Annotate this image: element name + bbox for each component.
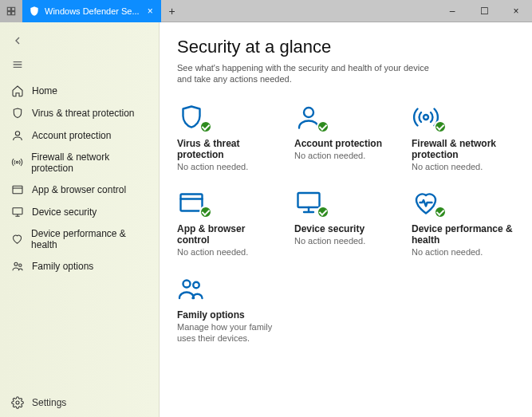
svg-rect-1 xyxy=(12,7,15,10)
tile-subtitle: No action needed. xyxy=(177,162,280,173)
window-minimize-button[interactable]: – xyxy=(436,0,468,22)
main-content: Security at a glance See what's happenin… xyxy=(160,22,532,417)
tile-subtitle: No action needed. xyxy=(412,162,514,173)
svg-rect-2 xyxy=(7,11,10,14)
svg-point-9 xyxy=(19,264,22,266)
sidebar-settings[interactable]: Settings xyxy=(0,388,159,417)
sidebar-item-family-options[interactable]: Family options xyxy=(0,255,159,277)
sidebar-item-account-protection[interactable]: Account protection xyxy=(0,124,159,147)
svg-rect-14 xyxy=(298,193,320,207)
sidebar-item-label: Family options xyxy=(32,261,93,272)
tile-device-security[interactable]: Device security No action needed. xyxy=(294,188,397,258)
tile-title: App & browser control xyxy=(177,223,280,246)
monitor-icon xyxy=(294,188,326,217)
tile-subtitle: No action needed. xyxy=(294,236,397,247)
sidebar-item-device-security[interactable]: Device security xyxy=(0,201,159,223)
shield-icon xyxy=(11,107,24,120)
status-ok-badge xyxy=(317,206,329,218)
person-icon xyxy=(11,129,24,142)
tile-title: Device security xyxy=(294,223,397,234)
sidebar-item-app-browser[interactable]: App & browser control xyxy=(0,179,159,201)
window-maximize-button[interactable]: ☐ xyxy=(468,0,500,22)
sidebar-item-firewall[interactable]: Firewall & network protection xyxy=(0,147,159,179)
titlebar: Windows Defender Se... × + – ☐ × xyxy=(0,0,532,22)
sidebar-item-device-performance[interactable]: Device performance & health xyxy=(0,223,159,255)
sidebar-item-label: Device performance & health xyxy=(31,228,148,250)
svg-rect-6 xyxy=(13,186,22,193)
page-subtitle: See what's happening with the security a… xyxy=(177,62,432,85)
new-tab-button[interactable]: + xyxy=(161,5,183,18)
tile-subtitle: Manage how your family uses their device… xyxy=(177,322,280,344)
home-icon xyxy=(11,85,24,97)
sidebar-item-home[interactable]: Home xyxy=(0,80,159,102)
svg-rect-3 xyxy=(12,11,15,14)
window-icon xyxy=(11,183,24,196)
sidebar-item-label: Home xyxy=(32,85,57,96)
svg-rect-7 xyxy=(13,208,22,214)
antenna-icon xyxy=(412,103,443,132)
people-icon xyxy=(11,260,24,273)
svg-point-10 xyxy=(16,401,19,404)
person-icon xyxy=(294,103,326,132)
browser-tab[interactable]: Windows Defender Se... × xyxy=(22,0,161,22)
tile-subtitle: No action needed. xyxy=(294,151,397,162)
sidebar-item-virus-threat[interactable]: Virus & threat protection xyxy=(0,102,159,124)
tile-account-protection[interactable]: Account protection No action needed. xyxy=(294,103,397,173)
monitor-icon xyxy=(11,206,24,218)
tile-title: Family options xyxy=(177,309,280,321)
sidebar-item-label: Virus & threat protection xyxy=(32,108,135,119)
status-ok-badge xyxy=(199,206,212,218)
svg-point-5 xyxy=(16,162,18,164)
tile-subtitle: No action needed. xyxy=(177,247,280,258)
antenna-icon xyxy=(11,156,23,169)
back-button[interactable] xyxy=(11,32,24,49)
heart-icon xyxy=(11,233,23,246)
tile-app-browser[interactable]: App & browser control No action needed. xyxy=(177,188,280,258)
page-title: Security at a glance xyxy=(177,37,514,57)
sidebar-item-label: Firewall & network protection xyxy=(31,151,148,174)
tab-close-icon[interactable]: × xyxy=(148,6,153,17)
svg-point-8 xyxy=(14,262,18,266)
settings-label: Settings xyxy=(32,397,66,408)
sidebar-item-label: Device security xyxy=(32,207,97,218)
tile-virus-threat[interactable]: Virus & threat protection No action need… xyxy=(177,103,280,173)
svg-point-15 xyxy=(183,281,191,288)
tile-title: Virus & threat protection xyxy=(177,138,280,160)
gear-icon xyxy=(11,396,24,409)
tile-device-performance[interactable]: Device performance & health No action ne… xyxy=(412,188,514,258)
app-sys-icon[interactable] xyxy=(0,0,22,22)
heart-pulse-icon xyxy=(412,188,443,217)
svg-rect-0 xyxy=(7,7,10,10)
tab-title: Windows Defender Se... xyxy=(45,6,140,16)
status-ok-badge xyxy=(434,206,447,218)
svg-point-12 xyxy=(424,115,428,120)
sidebar: Home Virus & threat protection Account p… xyxy=(0,22,160,417)
shield-icon xyxy=(177,103,209,132)
tile-title: Device performance & health xyxy=(412,223,514,246)
svg-point-4 xyxy=(15,132,19,136)
tile-firewall[interactable]: Firewall & network protection No action … xyxy=(412,103,514,173)
svg-point-11 xyxy=(304,108,313,117)
hamburger-menu-button[interactable] xyxy=(11,56,24,73)
svg-rect-13 xyxy=(181,195,203,211)
status-ok-badge xyxy=(434,120,447,133)
tile-family-options[interactable]: Family options Manage how your family us… xyxy=(177,274,280,344)
tile-title: Firewall & network protection xyxy=(412,138,514,160)
sidebar-item-label: App & browser control xyxy=(32,184,126,195)
window-close-button[interactable]: × xyxy=(500,0,532,22)
svg-point-16 xyxy=(193,282,199,289)
status-ok-badge xyxy=(317,120,329,133)
window-icon xyxy=(177,188,209,217)
tile-subtitle: No action needed. xyxy=(412,247,514,258)
sidebar-item-label: Account protection xyxy=(32,130,111,141)
status-ok-badge xyxy=(199,120,212,133)
shield-icon xyxy=(29,6,40,17)
people-icon xyxy=(177,274,209,303)
tile-title: Account protection xyxy=(294,138,397,149)
